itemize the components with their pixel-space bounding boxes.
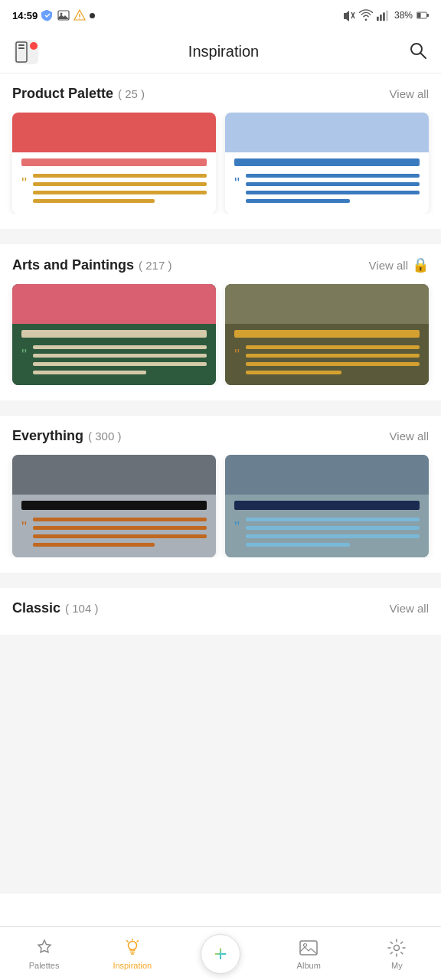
svg-point-20 bbox=[128, 941, 136, 949]
section-count: ( 104 ) bbox=[65, 602, 98, 615]
card-ev1[interactable]: " bbox=[12, 455, 216, 557]
section-title-wrap: Product Palette ( 25 ) bbox=[12, 86, 145, 102]
card-ap2[interactable]: " bbox=[225, 284, 429, 385]
svg-rect-8 bbox=[383, 12, 385, 21]
nav-item-my[interactable]: My bbox=[353, 938, 441, 970]
svg-rect-15 bbox=[18, 44, 24, 46]
cards-row-arts: " " bbox=[0, 284, 441, 385]
quote-section: " bbox=[234, 345, 420, 374]
card-sub-bar bbox=[234, 501, 420, 510]
cards-row-product-palette: " " bbox=[0, 113, 441, 214]
view-all-wrap[interactable]: View all bbox=[390, 87, 429, 100]
quote-section: " bbox=[234, 174, 420, 203]
svg-rect-16 bbox=[18, 47, 24, 49]
quote-mark: " bbox=[21, 175, 27, 191]
view-all-label[interactable]: View all bbox=[390, 602, 429, 615]
section-title-wrap: Arts and Paintings ( 217 ) bbox=[12, 257, 172, 273]
quote-section: " bbox=[234, 518, 420, 547]
line bbox=[33, 199, 155, 203]
fab-button[interactable]: + bbox=[201, 934, 240, 974]
quote-mark: " bbox=[234, 519, 240, 534]
nav-item-palettes[interactable]: Palettes bbox=[0, 938, 88, 970]
photo-icon bbox=[299, 938, 318, 958]
status-right-area: 38% bbox=[341, 9, 429, 21]
status-time-area: 14:59 bbox=[12, 9, 95, 21]
quote-section: " bbox=[21, 345, 207, 374]
nav-item-add[interactable]: + bbox=[176, 934, 264, 974]
nav-label-my: My bbox=[391, 961, 403, 970]
card-top bbox=[225, 113, 429, 152]
section-classic: Classic ( 104 ) View all bbox=[0, 588, 441, 635]
section-title: Classic bbox=[12, 600, 60, 616]
svg-rect-11 bbox=[417, 13, 421, 18]
section-title: Arts and Paintings bbox=[12, 257, 134, 273]
bottom-nav: Palettes Inspiration + Album My bbox=[0, 926, 441, 980]
card-body: " bbox=[12, 510, 216, 557]
section-header-product-palette: Product Palette ( 25 ) View all bbox=[0, 86, 441, 113]
status-dot bbox=[90, 13, 95, 18]
svg-point-25 bbox=[304, 943, 307, 946]
quote-mark: " bbox=[234, 347, 240, 362]
section-title-wrap: Classic ( 104 ) bbox=[12, 600, 98, 616]
view-all-label[interactable]: View all bbox=[390, 87, 429, 100]
app-header: Inspiration bbox=[0, 31, 441, 74]
svg-point-3 bbox=[79, 18, 80, 19]
view-all-wrap-classic[interactable]: View all bbox=[390, 602, 429, 615]
svg-rect-9 bbox=[386, 11, 388, 21]
main-content: Product Palette ( 25 ) View all " bbox=[0, 74, 441, 711]
section-header-everything: Everything ( 300 ) View all bbox=[0, 428, 441, 455]
section-count: ( 25 ) bbox=[118, 87, 145, 100]
status-time: 14:59 bbox=[12, 10, 38, 21]
line bbox=[33, 534, 207, 538]
section-arts-paintings: Arts and Paintings ( 217 ) View all 🔒 " bbox=[0, 244, 441, 400]
svg-rect-7 bbox=[380, 15, 382, 21]
line bbox=[33, 174, 207, 178]
card-sub-bar bbox=[21, 501, 207, 510]
svg-point-26 bbox=[394, 945, 400, 950]
status-bar: 14:59 bbox=[0, 0, 441, 31]
wifi-icon bbox=[359, 9, 373, 21]
nav-item-album[interactable]: Album bbox=[265, 938, 353, 970]
view-all-label[interactable]: View all bbox=[390, 430, 429, 443]
line bbox=[246, 543, 350, 547]
lines-block bbox=[33, 518, 207, 547]
card-body: " bbox=[225, 166, 429, 214]
star-icon bbox=[34, 938, 54, 958]
nav-item-inspiration[interactable]: Inspiration bbox=[88, 938, 176, 970]
card-ev2[interactable]: " bbox=[225, 455, 429, 557]
section-product-palette: Product Palette ( 25 ) View all " bbox=[0, 74, 441, 229]
line bbox=[246, 526, 420, 530]
card-body: " bbox=[225, 338, 429, 385]
battery-level: 38% bbox=[394, 10, 413, 21]
quote-mark: " bbox=[21, 347, 27, 362]
line bbox=[33, 354, 207, 358]
warning-icon bbox=[74, 9, 86, 21]
line bbox=[246, 371, 341, 374]
page-title: Inspiration bbox=[188, 43, 259, 60]
cards-row-everything: " " bbox=[0, 455, 441, 557]
search-button[interactable] bbox=[407, 40, 429, 64]
view-all-wrap-everything[interactable]: View all bbox=[390, 430, 429, 443]
lock-icon: 🔒 bbox=[412, 256, 429, 273]
card-top bbox=[225, 284, 429, 324]
card-body: " bbox=[225, 510, 429, 557]
battery-icon bbox=[416, 11, 429, 20]
card-ap1[interactable]: " bbox=[12, 284, 216, 385]
line bbox=[246, 199, 350, 203]
svg-rect-12 bbox=[427, 14, 429, 17]
svg-line-23 bbox=[137, 940, 139, 942]
app-logo[interactable] bbox=[12, 38, 40, 66]
gear-icon bbox=[387, 938, 407, 958]
lines-block bbox=[246, 518, 420, 547]
line bbox=[33, 345, 207, 349]
line bbox=[246, 191, 420, 194]
line bbox=[246, 354, 420, 358]
nav-label-inspiration: Inspiration bbox=[113, 961, 152, 970]
section-header-arts: Arts and Paintings ( 217 ) View all 🔒 bbox=[0, 256, 441, 284]
card-pp2[interactable]: " bbox=[225, 113, 429, 214]
view-all-wrap-arts[interactable]: View all 🔒 bbox=[369, 256, 429, 273]
card-pp1[interactable]: " bbox=[12, 113, 216, 214]
quote-mark: " bbox=[21, 519, 27, 534]
line bbox=[33, 182, 207, 186]
view-all-label[interactable]: View all bbox=[369, 259, 408, 272]
